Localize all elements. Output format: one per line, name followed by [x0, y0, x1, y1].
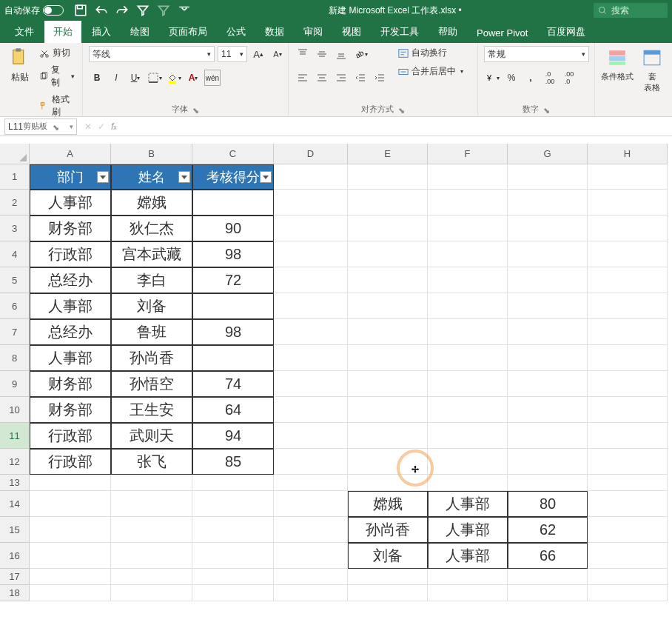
- cell-D11[interactable]: [274, 423, 348, 449]
- font-name-select[interactable]: 等线▾: [89, 46, 215, 62]
- cell-C4[interactable]: 98: [192, 241, 274, 267]
- cell-C18[interactable]: [192, 585, 274, 601]
- italic-button[interactable]: I: [108, 70, 124, 86]
- cell-B9[interactable]: 孙悟空: [111, 371, 192, 397]
- cell-A6[interactable]: 人事部: [30, 293, 111, 319]
- cell-C15[interactable]: [192, 517, 274, 543]
- filter-dropdown-button[interactable]: [97, 171, 109, 183]
- cell-G1[interactable]: [508, 164, 588, 190]
- align-right-button[interactable]: [333, 70, 349, 86]
- ribbon-tab-绘图[interactable]: 绘图: [121, 21, 158, 43]
- filter-dropdown-button[interactable]: [260, 171, 272, 183]
- cell-A14[interactable]: [30, 491, 111, 517]
- row-header-1[interactable]: 1: [0, 164, 30, 190]
- worksheet-grid[interactable]: ABCDEFGH 1部门姓名考核得分2人事部嫦娥3财务部狄仁杰904行政部宫本武…: [0, 144, 672, 628]
- filter-button[interactable]: [136, 4, 149, 17]
- ribbon-tab-数据[interactable]: 数据: [256, 21, 293, 43]
- decrease-font-button[interactable]: A▾: [269, 46, 286, 62]
- cell-E17[interactable]: [348, 569, 428, 585]
- cell-F3[interactable]: [428, 216, 508, 241]
- cell-B3[interactable]: 狄仁杰: [111, 216, 192, 241]
- cell-B17[interactable]: [111, 569, 192, 585]
- undo-button[interactable]: [95, 4, 108, 17]
- dialog-launcher-icon[interactable]: ⬊: [398, 106, 406, 113]
- format-table-button[interactable]: 套 表格: [639, 46, 666, 93]
- row-header-16[interactable]: 16: [0, 543, 30, 569]
- cell-F9[interactable]: [428, 371, 508, 397]
- formula-input[interactable]: [124, 118, 672, 135]
- cell-B8[interactable]: 孙尚香: [111, 345, 192, 371]
- cell-B5[interactable]: 李白: [111, 267, 192, 293]
- ribbon-tab-Power Pivot[interactable]: Power Pivot: [468, 23, 537, 43]
- fx-button[interactable]: fx: [111, 121, 117, 132]
- cell-E16[interactable]: 刘备: [348, 543, 428, 569]
- row-header-10[interactable]: 10: [0, 397, 30, 423]
- cell-E8[interactable]: [348, 345, 428, 371]
- cell-A12[interactable]: 行政部: [30, 449, 111, 475]
- decrease-indent-button[interactable]: [352, 70, 369, 86]
- increase-font-button[interactable]: A▴: [250, 46, 266, 62]
- column-header-B[interactable]: B: [111, 144, 192, 164]
- cell-E2[interactable]: [348, 190, 428, 216]
- cell-E15[interactable]: 孙尚香: [348, 517, 428, 543]
- cell-G4[interactable]: [508, 241, 588, 267]
- cell-G18[interactable]: [508, 585, 588, 601]
- comma-button[interactable]: ,: [523, 70, 539, 86]
- cell-A4[interactable]: 行政部: [30, 241, 111, 267]
- cell-A2[interactable]: 人事部: [30, 190, 111, 216]
- cell-G6[interactable]: [508, 293, 588, 319]
- cell-H10[interactable]: [588, 397, 668, 423]
- cell-A15[interactable]: [30, 517, 111, 543]
- cell-D1[interactable]: [274, 164, 348, 190]
- cell-G3[interactable]: [508, 216, 588, 241]
- cell-E10[interactable]: [348, 397, 428, 423]
- merge-center-button[interactable]: 合并后居中▾: [397, 64, 465, 78]
- cell-H18[interactable]: [588, 585, 668, 601]
- cell-H5[interactable]: [588, 267, 668, 293]
- cell-D18[interactable]: [274, 585, 348, 601]
- format-painter-button[interactable]: 格式刷: [38, 93, 76, 119]
- cell-H4[interactable]: [588, 241, 668, 267]
- orientation-button[interactable]: ab▾: [352, 46, 369, 62]
- conditional-format-button[interactable]: 条件格式: [601, 46, 634, 82]
- cell-H2[interactable]: [588, 190, 668, 216]
- cell-G14[interactable]: 80: [508, 491, 588, 517]
- row-header-9[interactable]: 9: [0, 371, 30, 397]
- cell-E13[interactable]: [348, 475, 428, 491]
- row-header-8[interactable]: 8: [0, 345, 30, 371]
- cell-C2[interactable]: [192, 190, 274, 216]
- cell-D7[interactable]: [274, 319, 348, 345]
- align-top-button[interactable]: [295, 46, 311, 62]
- cell-B15[interactable]: [111, 517, 192, 543]
- ribbon-tab-页面布局[interactable]: 页面布局: [160, 21, 216, 43]
- filter-dropdown-button[interactable]: [178, 171, 190, 183]
- cell-B13[interactable]: [111, 475, 192, 491]
- align-bottom-button[interactable]: [333, 46, 349, 62]
- ribbon-tab-公式[interactable]: 公式: [218, 21, 255, 43]
- cell-H14[interactable]: [588, 491, 668, 517]
- cell-G11[interactable]: [508, 423, 588, 449]
- cell-B18[interactable]: [111, 585, 192, 601]
- cell-E18[interactable]: [348, 585, 428, 601]
- underline-button[interactable]: U▾: [127, 70, 144, 86]
- cell-F17[interactable]: [428, 569, 508, 585]
- cell-E11[interactable]: [348, 423, 428, 449]
- font-size-select[interactable]: 11▾: [218, 46, 247, 62]
- cell-G7[interactable]: [508, 319, 588, 345]
- cell-C6[interactable]: [192, 293, 274, 319]
- cell-F7[interactable]: [428, 319, 508, 345]
- cell-C13[interactable]: [192, 475, 274, 491]
- fill-color-button[interactable]: ▾: [166, 70, 182, 86]
- name-box[interactable]: L11▾: [4, 118, 77, 135]
- cell-G12[interactable]: [508, 449, 588, 475]
- cell-C11[interactable]: 94: [192, 423, 274, 449]
- percent-button[interactable]: %: [503, 70, 520, 86]
- cell-H9[interactable]: [588, 371, 668, 397]
- enter-formula-button[interactable]: ✓: [98, 121, 105, 132]
- cell-D13[interactable]: [274, 475, 348, 491]
- cell-E4[interactable]: [348, 241, 428, 267]
- cell-C17[interactable]: [192, 569, 274, 585]
- row-header-18[interactable]: 18: [0, 585, 30, 601]
- cell-E1[interactable]: [348, 164, 428, 190]
- font-color-button[interactable]: A▾: [185, 70, 201, 86]
